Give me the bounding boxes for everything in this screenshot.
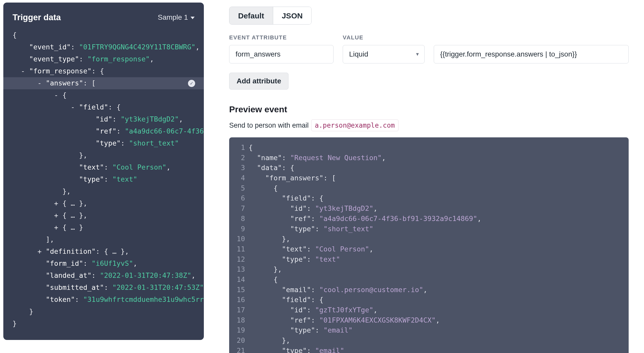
trigger-data-panel: Trigger data Sample 1 { "event_id": "01F…: [0, 0, 207, 353]
json-key: "submitted_at": [46, 283, 104, 291]
json-key[interactable]: "definition": [46, 247, 96, 255]
json-line: {: [13, 31, 17, 39]
json-value: "Cool Person": [112, 163, 166, 171]
recipient-email-badge: a.person@example.com: [311, 119, 398, 131]
code-line: {: [249, 142, 253, 153]
json-collapsed[interactable]: { … },: [62, 199, 87, 207]
json-line: },: [62, 187, 71, 195]
trigger-json-view[interactable]: { "event_id": "01FTRY9QGNG4C429Y11T8CBWR…: [3, 29, 204, 329]
json-key[interactable]: "field": [79, 103, 108, 111]
value-expression-input[interactable]: {{trigger.form_response.answers | to_jso…: [434, 45, 629, 63]
json-line: },: [79, 151, 87, 159]
json-value: "2022-01-31T20:47:38Z": [100, 271, 191, 279]
json-key: "event_type": [29, 55, 79, 63]
json-key: "form_id": [46, 259, 83, 267]
event-config-panel: Default JSON EVENT ATTRIBUTE VALUE form_…: [207, 0, 644, 353]
json-key: "type": [79, 175, 104, 183]
json-value: "yt3kejTBdgD2": [121, 115, 179, 123]
chevron-down-icon: [191, 17, 195, 19]
json-value: "form_response": [87, 55, 150, 63]
json-value: "text": [112, 175, 137, 183]
json-collapsed[interactable]: { … },: [62, 211, 87, 219]
json-key: "text": [79, 163, 104, 171]
json-value: "a4a9dc66-06c7-4f36-bf91-3932a9c14: [125, 127, 204, 135]
json-key-form-response[interactable]: "form_response": [29, 67, 92, 75]
sample-label: Sample 1: [158, 14, 188, 21]
preview-event-title: Preview event: [229, 104, 629, 114]
json-value: "short_text": [129, 139, 179, 147]
json-value: "01FTRY9QGNG4C429Y11T8CBWRG": [79, 43, 195, 51]
label-value: VALUE: [343, 34, 363, 41]
json-collapsed[interactable]: { … }: [62, 223, 83, 231]
add-attribute-button[interactable]: Add attribute: [229, 73, 288, 90]
json-line: }: [13, 319, 17, 327]
sample-selector[interactable]: Sample 1: [158, 14, 195, 21]
trigger-data-card: Trigger data Sample 1 { "event_id": "01F…: [3, 3, 204, 340]
value-type-label: Liquid: [349, 50, 368, 58]
json-key: "landed_at": [46, 271, 92, 279]
json-key: "ref": [96, 127, 116, 135]
json-line: {: [62, 91, 66, 99]
label-event-attribute: EVENT ATTRIBUTE: [229, 34, 334, 41]
send-to-prefix: Send to person with email: [229, 122, 309, 129]
preview-code-block[interactable]: 1{ 2 "name": "Request New Question", 3 "…: [229, 137, 629, 353]
tab-default[interactable]: Default: [229, 7, 273, 24]
format-tabs: Default JSON: [229, 7, 312, 25]
json-value: "31u9whfrtcmdduemhe31u9whc5rrxkoc": [83, 295, 204, 303]
json-key: "id": [96, 115, 112, 123]
tab-json[interactable]: JSON: [273, 7, 312, 24]
json-key-answers: "answers": [46, 79, 83, 87]
json-line: ],: [46, 235, 54, 243]
json-value: "2022-01-31T20:47:53Z": [112, 283, 204, 291]
trigger-data-title: Trigger data: [13, 13, 61, 22]
json-key: "type": [96, 139, 121, 147]
json-highlighted-row[interactable]: - "answers": [ ✓: [3, 77, 204, 89]
json-line: }: [29, 307, 33, 315]
json-key: "token": [46, 295, 75, 303]
json-value: "i6Uf1yvS": [92, 259, 133, 267]
value-type-select[interactable]: Liquid ▼: [343, 45, 425, 63]
event-attribute-input[interactable]: form_answers: [229, 45, 334, 63]
caret-down-icon: ▼: [415, 52, 420, 57]
json-key: "event_id": [29, 43, 71, 51]
check-icon: ✓: [188, 80, 195, 87]
